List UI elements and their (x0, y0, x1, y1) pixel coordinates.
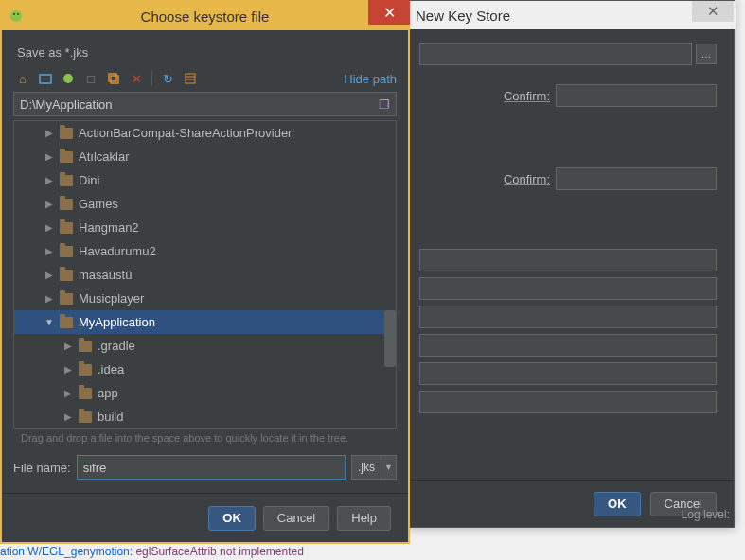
extension-selector[interactable]: .jks ▼ (351, 455, 397, 480)
folder-icon (60, 128, 73, 139)
tree-item-label: masaüstü (79, 268, 132, 282)
chevron-right-icon[interactable]: ▶ (44, 246, 54, 256)
tree-item-label: Havadurumu2 (79, 244, 156, 258)
tree-item-label: app (98, 386, 118, 400)
tree-scroll-thumb[interactable] (384, 310, 396, 367)
tree-item[interactable]: ▶Musicplayer (14, 287, 396, 310)
home-icon[interactable]: ⌂ (15, 71, 30, 86)
tree-item-label: Hangman2 (79, 220, 139, 235)
hide-path-link[interactable]: Hide path (344, 72, 397, 86)
chevron-right-icon[interactable]: ▶ (44, 222, 54, 233)
svg-point-0 (10, 10, 22, 22)
chevron-right-icon[interactable]: ▶ (44, 199, 54, 209)
tree-item[interactable]: ▶masaüstü (14, 263, 396, 287)
keystore-path-input[interactable] (419, 43, 692, 65)
tree-item[interactable]: ▶.gradle (14, 334, 396, 358)
svg-rect-7 (186, 74, 195, 83)
chevron-right-icon[interactable]: ▶ (63, 411, 73, 422)
confirm-label-2: Confirm: (504, 172, 550, 186)
ellipsis-icon: … (701, 48, 712, 60)
folder-icon (60, 317, 73, 328)
cert-field-3[interactable] (419, 306, 717, 328)
cert-field-5[interactable] (419, 362, 717, 385)
tree-item[interactable]: ▶Havadurumu2 (14, 239, 396, 263)
folder-icon (79, 411, 92, 423)
chevron-right-icon[interactable]: ▶ (44, 151, 54, 162)
refresh-icon[interactable]: ↻ (160, 71, 175, 86)
tree-item[interactable]: ▶Hangman2 (14, 216, 396, 239)
project-icon[interactable] (38, 71, 53, 86)
chevron-right-icon[interactable]: ▶ (44, 175, 54, 185)
folder-icon (60, 293, 73, 305)
chevron-down-icon[interactable]: ▼ (381, 456, 396, 479)
svg-rect-3 (40, 75, 51, 83)
svg-rect-5 (109, 74, 116, 81)
tree-item[interactable]: ▶.idea (14, 358, 396, 381)
front-dialog-titlebar[interactable]: Choose keystore file ✕ (2, 2, 408, 30)
folder-icon (60, 246, 73, 257)
filename-input[interactable] (77, 455, 346, 480)
delete-icon[interactable]: ✕ (129, 71, 144, 86)
cert-field-1[interactable] (419, 249, 717, 271)
folder-icon (60, 151, 73, 163)
cert-field-4[interactable] (419, 334, 717, 357)
browse-button[interactable]: … (696, 44, 717, 64)
chevron-right-icon[interactable]: ▶ (63, 364, 73, 375)
tree-scrollbar[interactable] (384, 121, 396, 428)
new-folder-icon[interactable]: □ (83, 71, 98, 86)
tree-item-label: ActionBarCompat-ShareActionProvider (79, 126, 292, 140)
tree-item[interactable]: ▶Games (14, 192, 396, 216)
history-icon[interactable]: ❐ (377, 97, 392, 112)
cert-field-6[interactable] (419, 391, 717, 413)
tree-item[interactable]: ▶app (14, 381, 396, 405)
folder-icon (60, 270, 73, 281)
path-input[interactable] (20, 97, 377, 112)
choose-keystore-dialog: Choose keystore file ✕ Save as *.jks ⌂ □… (0, 0, 410, 544)
path-input-container: ❐ (13, 92, 397, 116)
tree-item[interactable]: ▶ActionBarCompat-ShareActionProvider (14, 121, 396, 145)
tree-item-label: build (98, 410, 123, 424)
file-tree[interactable]: ▶ActionBarCompat-ShareActionProvider▶Atı… (13, 120, 397, 429)
front-ok-button[interactable]: OK (208, 506, 256, 531)
chevron-right-icon[interactable]: ▶ (63, 341, 73, 351)
toolbar-separator (151, 71, 152, 86)
back-dialog-close-button[interactable]: ✕ (692, 1, 734, 22)
chevron-right-icon[interactable]: ▶ (44, 128, 54, 138)
chevron-down-icon[interactable]: ▼ (44, 317, 54, 327)
tree-item[interactable]: ▼MyApplication (14, 310, 396, 334)
folder-icon (60, 199, 73, 210)
show-hidden-icon[interactable] (183, 71, 198, 86)
folder-icon (60, 175, 73, 186)
folder-icon (60, 222, 73, 234)
svg-point-2 (17, 13, 19, 15)
confirm-input-2[interactable] (556, 167, 717, 190)
copy-icon[interactable] (106, 71, 121, 86)
chevron-right-icon[interactable]: ▶ (44, 270, 54, 280)
file-chooser-toolbar: ⌂ □ ✕ ↻ Hide path (13, 69, 397, 92)
close-icon: ✕ (707, 3, 719, 20)
front-dialog-close-button[interactable]: ✕ (368, 0, 410, 25)
tree-item-label: .idea (98, 362, 124, 376)
extension-label: .jks (352, 461, 381, 474)
chevron-right-icon[interactable]: ▶ (63, 388, 73, 398)
front-cancel-button[interactable]: Cancel (263, 506, 329, 531)
svg-point-1 (13, 13, 15, 15)
tree-item[interactable]: ▶build (14, 405, 396, 429)
tree-item-label: Dini (79, 173, 99, 187)
svg-point-4 (63, 74, 73, 83)
front-help-button[interactable]: Help (337, 506, 391, 531)
tree-item-label: Atılcaklar (79, 149, 129, 164)
confirm-input-1[interactable] (556, 84, 717, 107)
front-dialog-footer: OK Cancel Help (2, 493, 408, 542)
cert-field-2[interactable] (419, 277, 717, 300)
tree-item[interactable]: ▶Dini (14, 168, 396, 192)
tree-item-label: .gradle (98, 339, 135, 353)
chevron-right-icon[interactable]: ▶ (44, 293, 54, 304)
back-ok-button[interactable]: OK (594, 492, 641, 516)
folder-icon (79, 388, 92, 399)
tree-item-label: Games (79, 197, 118, 211)
filename-label: File name: (13, 461, 71, 475)
folder-icon (79, 341, 92, 352)
android-icon[interactable] (61, 71, 76, 86)
tree-item[interactable]: ▶Atılcaklar (14, 145, 396, 168)
